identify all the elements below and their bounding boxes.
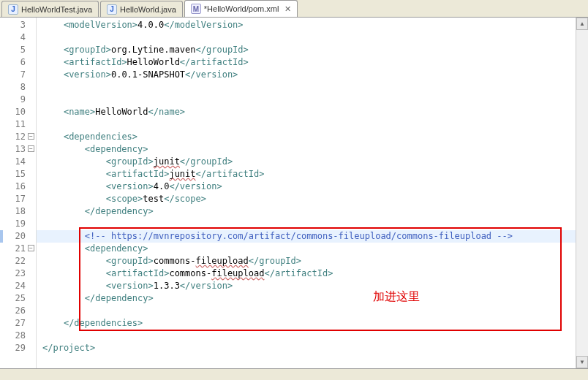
code-line[interactable]: <artifactId>commons-fileupload</artifact… [37, 267, 576, 280]
fold-toggle[interactable]: − [28, 145, 34, 152]
line-number: 10 [0, 106, 36, 118]
bottom-tab-bar [0, 368, 588, 380]
line-number: 20 [0, 230, 36, 243]
code-area[interactable]: 加进这里 <modelVersion>4.0.0</modelVersion> … [37, 18, 576, 368]
code-line[interactable]: </dependency> [37, 292, 576, 305]
code-line[interactable] [37, 31, 576, 44]
editor-tabs: J HelloWorldTest.java J HelloWorld.java … [0, 0, 588, 18]
vertical-scrollbar[interactable]: ▲ ▼ [576, 18, 588, 368]
code-line[interactable]: <version>4.0</version> [37, 180, 576, 193]
line-number: 5 [0, 44, 36, 56]
fold-toggle[interactable]: − [28, 245, 34, 251]
code-line[interactable]: <artifactId>HelloWorld</artifactId> [37, 56, 576, 69]
code-line[interactable]: <name>HelloWorld</name> [37, 106, 576, 118]
code-line[interactable]: <groupId>junit</groupId> [37, 156, 576, 168]
java-icon: J [107, 4, 117, 15]
tab-helloworldtest[interactable]: J HelloWorldTest.java [1, 1, 99, 17]
line-number: 3 [0, 19, 36, 31]
line-number: 25 [0, 292, 36, 305]
line-number: 23 [0, 267, 36, 280]
code-line[interactable] [37, 305, 576, 317]
fold-toggle[interactable]: − [28, 133, 34, 140]
line-number: 9 [0, 94, 36, 106]
code-line[interactable]: <!-- https://mvnrepository.com/artifact/… [37, 230, 576, 243]
line-number: 4 [0, 31, 36, 44]
annotation-text: 加进这里 [373, 289, 420, 305]
tab-label: HelloWorld.java [120, 5, 176, 14]
code-line[interactable]: </dependencies> [37, 317, 576, 330]
code-line[interactable]: <version>1.3.3</version> [37, 280, 576, 292]
scroll-down-button[interactable]: ▼ [576, 356, 588, 368]
code-line[interactable] [37, 118, 576, 131]
scroll-track[interactable] [576, 30, 588, 356]
code-line[interactable]: <artifactId>junit</artifactId> [37, 168, 576, 180]
line-number: 17 [0, 193, 36, 205]
tab-label: *HelloWorld/pom.xml [204, 4, 279, 13]
line-number: 19 [0, 218, 36, 230]
code-line[interactable] [37, 330, 576, 342]
line-number: 14 [0, 156, 36, 168]
line-number: 26 [0, 305, 36, 317]
line-number: 7 [0, 69, 36, 81]
maven-icon: M [191, 4, 201, 14]
line-number: 21− [0, 243, 36, 255]
line-number: 27 [0, 317, 36, 330]
line-number: 15 [0, 168, 36, 180]
caret-marker [0, 230, 3, 243]
code-line[interactable]: <modelVersion>4.0.0</modelVersion> [37, 19, 576, 31]
code-line[interactable]: <groupId>commons-fileupload</groupId> [37, 255, 576, 267]
line-number: 24 [0, 280, 36, 292]
line-number: 18 [0, 205, 36, 218]
line-gutter: 3456789101112−13−1415161718192021−222324… [0, 18, 37, 368]
line-number: 8 [0, 81, 36, 94]
code-line[interactable] [37, 94, 576, 106]
code-line[interactable]: <dependency> [37, 243, 576, 255]
code-line[interactable]: </project> [37, 342, 576, 354]
tab-pom-xml[interactable]: M *HelloWorld/pom.xml ✕ [184, 0, 298, 17]
code-line[interactable]: <groupId>org.Lytine.maven</groupId> [37, 44, 576, 56]
code-line[interactable] [37, 81, 576, 94]
line-number: 12− [0, 131, 36, 143]
code-line[interactable]: </dependency> [37, 205, 576, 218]
scroll-up-button[interactable]: ▲ [576, 18, 588, 30]
code-editor[interactable]: 3456789101112−13−1415161718192021−222324… [0, 18, 588, 368]
line-number: 16 [0, 180, 36, 193]
line-number: 28 [0, 330, 36, 342]
line-number: 11 [0, 118, 36, 131]
code-line[interactable]: <dependencies> [37, 131, 576, 143]
close-icon[interactable]: ✕ [284, 4, 291, 14]
code-line[interactable]: <version>0.0.1-SNAPSHOT</version> [37, 69, 576, 81]
line-number: 6 [0, 56, 36, 69]
line-number: 13− [0, 143, 36, 156]
line-number: 29 [0, 342, 36, 354]
code-line[interactable]: <scope>test</scope> [37, 193, 576, 205]
tab-helloworld[interactable]: J HelloWorld.java [100, 1, 183, 17]
code-line[interactable] [37, 218, 576, 230]
line-number: 22 [0, 255, 36, 267]
java-icon: J [8, 4, 18, 15]
tab-label: HelloWorldTest.java [21, 5, 92, 14]
code-line[interactable]: <dependency> [37, 143, 576, 156]
